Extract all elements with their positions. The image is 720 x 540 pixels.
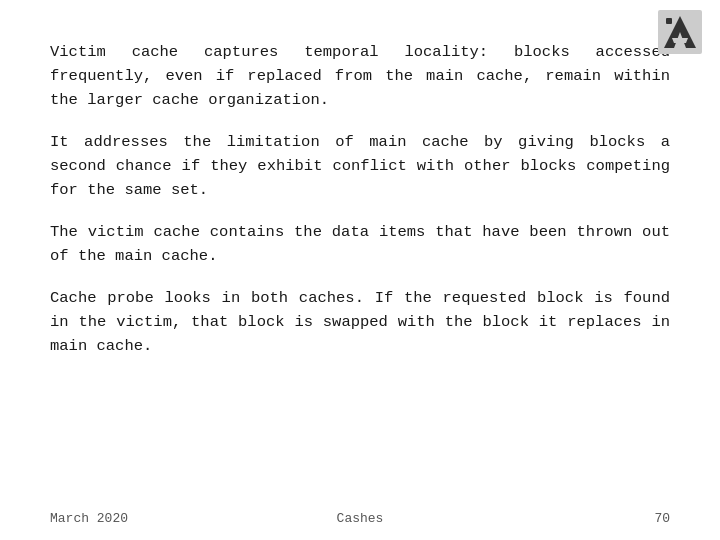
paragraph-2: It addresses the limitation of main cach…	[50, 130, 670, 202]
paragraph-4: Cache probe looks in both caches. If the…	[50, 286, 670, 358]
paragraph-1: Victim cache captures temporal locality:…	[50, 40, 670, 112]
footer-title: Cashes	[337, 511, 384, 526]
paragraph-3-text: The victim cache contains the data items…	[50, 223, 670, 265]
svg-marker-2	[672, 38, 688, 43]
footer-date: March 2020	[50, 511, 128, 526]
slide-footer: March 2020 Cashes 70	[50, 511, 670, 526]
main-content: Victim cache captures temporal locality:…	[50, 40, 670, 358]
paragraph-4-text: Cache probe looks in both caches. If the…	[50, 289, 670, 355]
paragraph-1-text: Victim cache captures temporal locality:…	[50, 43, 670, 109]
paragraph-2-text: It addresses the limitation of main cach…	[50, 133, 670, 199]
footer-page-number: 70	[654, 511, 670, 526]
university-logo	[658, 10, 702, 54]
slide-container: Victim cache captures temporal locality:…	[0, 0, 720, 540]
paragraph-3: The victim cache contains the data items…	[50, 220, 670, 268]
svg-rect-3	[666, 18, 672, 24]
